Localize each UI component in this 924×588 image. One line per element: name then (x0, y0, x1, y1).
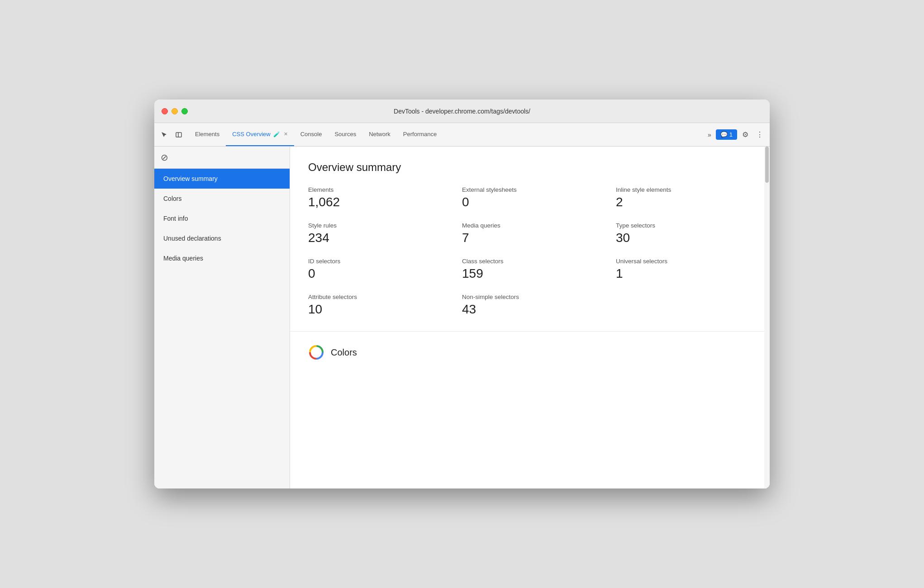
stat-class-selectors-value: 159 (462, 266, 598, 281)
stat-id-selectors: ID selectors 0 (308, 258, 444, 281)
tab-performance[interactable]: Performance (397, 123, 443, 146)
sidebar-top: ⊘ (154, 147, 290, 169)
sidebar-item-colors[interactable]: Colors (154, 189, 290, 209)
stat-placeholder (616, 294, 752, 317)
stat-media-queries-label: Media queries (462, 222, 598, 229)
tabs-container: Elements CSS Overview 🧪 ✕ Console Source… (189, 123, 705, 146)
colors-header: Colors (308, 344, 752, 360)
svg-rect-0 (176, 133, 181, 137)
overview-summary-section: Overview summary Elements 1,062 External… (290, 147, 770, 332)
section-title: Overview summary (308, 161, 752, 174)
tabbar-right: » 💬 1 ⚙ ⋮ (705, 123, 766, 146)
feedback-button[interactable]: 💬 1 (716, 129, 737, 140)
stat-universal-selectors: Universal selectors 1 (616, 258, 752, 281)
stat-inline-style: Inline style elements 2 (616, 186, 752, 209)
sidebar-item-media-queries[interactable]: Media queries (154, 248, 290, 268)
stat-type-selectors-label: Type selectors (616, 222, 752, 229)
stat-media-queries: Media queries 7 (462, 222, 598, 245)
tab-sources[interactable]: Sources (328, 123, 362, 146)
stat-attribute-selectors: Attribute selectors 10 (308, 294, 444, 317)
more-tabs-icon[interactable]: » (705, 129, 714, 140)
beaker-icon: 🧪 (273, 131, 280, 138)
stat-style-rules-value: 234 (308, 231, 444, 245)
stats-grid: Elements 1,062 External stylesheets 0 In… (308, 186, 752, 317)
stat-non-simple-selectors-value: 43 (462, 302, 598, 317)
stat-style-rules-label: Style rules (308, 222, 444, 229)
stat-type-selectors: Type selectors 30 (616, 222, 752, 245)
tab-console[interactable]: Console (294, 123, 329, 146)
stat-class-selectors: Class selectors 159 (462, 258, 598, 281)
stat-style-rules: Style rules 234 (308, 222, 444, 245)
stat-media-queries-value: 7 (462, 231, 598, 245)
scrollbar-thumb[interactable] (765, 147, 769, 183)
tabbar-tools (158, 123, 185, 146)
stat-inline-label: Inline style elements (616, 186, 752, 193)
colors-ring-icon (308, 344, 324, 360)
stat-class-selectors-label: Class selectors (462, 258, 598, 265)
stat-elements-value: 1,062 (308, 195, 444, 209)
stat-external-stylesheets: External stylesheets 0 (462, 186, 598, 209)
stat-attribute-selectors-label: Attribute selectors (308, 294, 444, 300)
traffic-lights (162, 108, 188, 114)
stat-id-selectors-value: 0 (308, 266, 444, 281)
chat-icon: 💬 (720, 131, 728, 138)
window-title: DevTools - developer.chrome.com/tags/dev… (394, 108, 530, 115)
stat-elements: Elements 1,062 (308, 186, 444, 209)
main-area: ⊘ Overview summary Colors Font info Unus… (154, 147, 770, 488)
sidebar-item-font-info[interactable]: Font info (154, 209, 290, 228)
colors-section-title: Colors (331, 347, 357, 358)
stat-universal-selectors-value: 1 (616, 266, 752, 281)
stat-non-simple-selectors-label: Non-simple selectors (462, 294, 598, 300)
settings-button[interactable]: ⚙ (739, 128, 752, 141)
stat-external-label: External stylesheets (462, 186, 598, 193)
block-icon: ⊘ (161, 152, 168, 162)
gear-icon: ⚙ (742, 130, 748, 139)
stat-elements-label: Elements (308, 186, 444, 193)
more-options-button[interactable]: ⋮ (753, 128, 766, 141)
close-button[interactable] (162, 108, 168, 114)
sidebar: ⊘ Overview summary Colors Font info Unus… (154, 147, 290, 488)
devtools-window: DevTools - developer.chrome.com/tags/dev… (154, 100, 770, 488)
badge-count: 1 (729, 131, 733, 138)
tab-css-overview[interactable]: CSS Overview 🧪 ✕ (226, 123, 294, 146)
stat-id-selectors-label: ID selectors (308, 258, 444, 265)
tab-network[interactable]: Network (362, 123, 397, 146)
stat-type-selectors-value: 30 (616, 231, 752, 245)
stat-inline-value: 2 (616, 195, 752, 209)
more-vert-icon: ⋮ (756, 130, 763, 139)
tab-close-icon[interactable]: ✕ (284, 131, 288, 137)
stat-attribute-selectors-value: 10 (308, 302, 444, 317)
dock-icon[interactable] (172, 128, 185, 141)
sidebar-item-overview-summary[interactable]: Overview summary (154, 169, 290, 189)
stat-non-simple-selectors: Non-simple selectors 43 (462, 294, 598, 317)
colors-section: Colors (290, 332, 770, 373)
sidebar-item-unused-declarations[interactable]: Unused declarations (154, 228, 290, 248)
sidebar-nav: Overview summary Colors Font info Unused… (154, 169, 290, 488)
tabbar: Elements CSS Overview 🧪 ✕ Console Source… (154, 123, 770, 147)
scrollbar-track[interactable] (764, 147, 770, 488)
minimize-button[interactable] (171, 108, 178, 114)
content-area: Overview summary Elements 1,062 External… (290, 147, 770, 488)
stat-universal-selectors-label: Universal selectors (616, 258, 752, 265)
maximize-button[interactable] (181, 108, 188, 114)
cursor-icon[interactable] (158, 128, 171, 141)
stat-external-value: 0 (462, 195, 598, 209)
tab-elements[interactable]: Elements (189, 123, 226, 146)
titlebar: DevTools - developer.chrome.com/tags/dev… (154, 100, 770, 123)
